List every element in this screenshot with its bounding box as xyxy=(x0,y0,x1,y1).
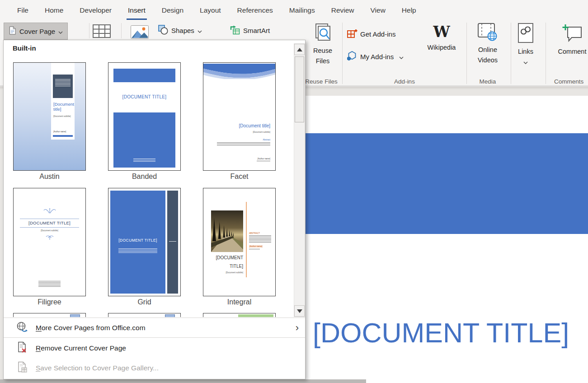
austin-subtitle: [Document subtitle] xyxy=(53,115,73,117)
document-page[interactable]: [DOCUMENT TITLE] xyxy=(304,96,588,383)
integral-abstract-lines xyxy=(249,235,271,243)
chevron-down-icon xyxy=(399,53,404,61)
tab-insert[interactable]: Insert xyxy=(120,0,154,20)
cover-template-partial[interactable] xyxy=(108,313,181,317)
links-label: Links xyxy=(518,47,533,56)
banded-top-bar xyxy=(113,69,175,82)
smartart-button[interactable]: SmartArt xyxy=(230,25,270,36)
menu-divider xyxy=(4,318,305,318)
shapes-button[interactable]: Shapes xyxy=(158,25,202,36)
smartart-icon xyxy=(230,25,240,36)
chevron-down-icon xyxy=(198,27,202,34)
wikipedia-button[interactable]: W Wikipedia xyxy=(423,23,460,52)
integral-divider-line xyxy=(246,202,247,277)
filigree-ornament-small xyxy=(14,234,85,242)
my-addins-button[interactable]: My Add-ins xyxy=(346,50,404,63)
document-title-text[interactable]: [DOCUMENT TITLE] xyxy=(313,317,569,349)
tab-mailings[interactable]: Mailings xyxy=(281,0,323,20)
facet-author: [Author name] xyxy=(258,158,270,160)
cover-template-label: Filigree xyxy=(13,298,86,306)
get-addins-button[interactable]: Get Add-ins xyxy=(346,28,395,40)
gallery-scrollbar[interactable] xyxy=(294,43,305,317)
comment-label: Comment xyxy=(558,47,587,56)
get-addins-label: Get Add-ins xyxy=(360,30,395,38)
tab-review[interactable]: Review xyxy=(323,0,362,20)
menu-label: Save Selection to Cover Page Gallery... xyxy=(36,364,159,372)
tab-file[interactable]: File xyxy=(9,0,37,20)
facet-waves xyxy=(203,63,275,79)
cover-template-label: Grid xyxy=(108,298,181,306)
comment-icon xyxy=(561,23,583,46)
group-divider xyxy=(546,23,546,84)
tab-references[interactable]: References xyxy=(229,0,281,20)
scroll-up-button[interactable] xyxy=(294,44,305,55)
remove-cover-page-icon xyxy=(16,341,28,355)
menu-label: Remove Current Cover Page xyxy=(36,344,126,352)
cover-template-grid[interactable]: [DOCUMENT TITLE] xyxy=(108,188,181,296)
scrollbar-thumb[interactable] xyxy=(295,56,304,122)
online-videos-icon xyxy=(477,23,498,44)
table-button[interactable] xyxy=(92,24,111,40)
facet-abstract-lines xyxy=(217,142,270,146)
group-divider xyxy=(511,23,511,84)
reuse-files-button[interactable]: Reuse Files xyxy=(307,23,338,66)
wikipedia-label: Wikipedia xyxy=(428,43,456,52)
integral-author: [Author name] xyxy=(249,245,263,248)
links-button[interactable]: Links xyxy=(514,23,537,67)
tab-layout[interactable]: Layout xyxy=(192,0,229,20)
wikipedia-icon: W xyxy=(433,24,450,39)
integral-email-line xyxy=(249,249,260,250)
grid-abstract-lines xyxy=(118,248,157,254)
cover-page-icon xyxy=(9,26,16,36)
ribbon-divider xyxy=(121,23,122,38)
shapes-label: Shapes xyxy=(171,27,194,34)
online-videos-label-line2: Videos xyxy=(478,56,498,65)
banded-title: [DOCUMENT TITLE] xyxy=(108,94,180,99)
facet-title: [Document title] xyxy=(239,123,270,128)
cover-page-gallery-dropdown: Built-in [Document title] [Document subt… xyxy=(3,40,306,379)
group-divider xyxy=(466,23,467,84)
banded-bottom-block xyxy=(113,112,175,168)
cover-template-banded[interactable]: [DOCUMENT TITLE] xyxy=(108,62,181,171)
get-addins-icon xyxy=(346,28,358,40)
menu-divider xyxy=(4,337,305,338)
cover-page-button[interactable]: Cover Page xyxy=(4,23,68,40)
austin-quote-box xyxy=(53,75,73,98)
filigree-subtitle: [Document subtitle] xyxy=(14,229,85,232)
tab-home[interactable]: Home xyxy=(37,0,71,20)
cover-template-facet[interactable]: [Document title] [Document subtitle] Abs… xyxy=(203,62,276,171)
tab-view[interactable]: View xyxy=(362,0,394,20)
globe-download-icon xyxy=(16,321,28,335)
grid-dark-bar xyxy=(167,191,178,294)
my-addins-icon xyxy=(346,50,358,63)
tab-help[interactable]: Help xyxy=(394,0,424,20)
menu-item-remove-cover-page[interactable]: Remove Current Cover Page xyxy=(4,339,305,358)
cover-template-partial[interactable] xyxy=(13,313,86,317)
filigree-title: [DOCUMENT TITLE] xyxy=(20,219,79,228)
facet-subtitle: [Document subtitle] xyxy=(253,131,270,133)
cover-template-partial[interactable] xyxy=(203,313,276,317)
scroll-down-button[interactable] xyxy=(294,305,305,317)
gallery-header: Built-in xyxy=(13,44,36,52)
new-comment-button[interactable]: Comment xyxy=(554,23,588,56)
links-icon xyxy=(516,23,536,46)
cover-template-label: Integral xyxy=(203,298,276,306)
cover-page-label: Cover Page xyxy=(19,28,55,35)
cover-template-filigree[interactable]: [DOCUMENT TITLE] [Document subtitle] xyxy=(13,188,86,296)
save-to-gallery-icon xyxy=(16,361,28,375)
group-label-comments: Comments xyxy=(554,78,588,85)
cover-template-label: Facet xyxy=(203,173,276,181)
menu-item-save-selection: Save Selection to Cover Page Gallery... xyxy=(4,359,305,378)
cover-template-integral[interactable]: ABSTRACT [Author name] [DOCUMENT TITLE] … xyxy=(203,188,276,296)
tab-developer[interactable]: Developer xyxy=(71,0,120,20)
cover-template-austin[interactable]: [Document title] [Document subtitle] [Au… xyxy=(13,62,86,171)
cover-template-label: Banded xyxy=(108,173,181,181)
tab-design[interactable]: Design xyxy=(154,0,192,20)
reuse-files-label-line1: Reuse xyxy=(313,46,332,56)
online-videos-button[interactable]: Online Videos xyxy=(474,23,502,65)
grid-blue-panel: [DOCUMENT TITLE] xyxy=(110,191,165,294)
pictures-button[interactable] xyxy=(130,25,149,41)
integral-photo xyxy=(211,210,243,252)
grid-title: [DOCUMENT TITLE] xyxy=(110,238,165,243)
menu-item-more-cover-pages[interactable]: More Cover Pages from Office.com xyxy=(4,318,305,337)
